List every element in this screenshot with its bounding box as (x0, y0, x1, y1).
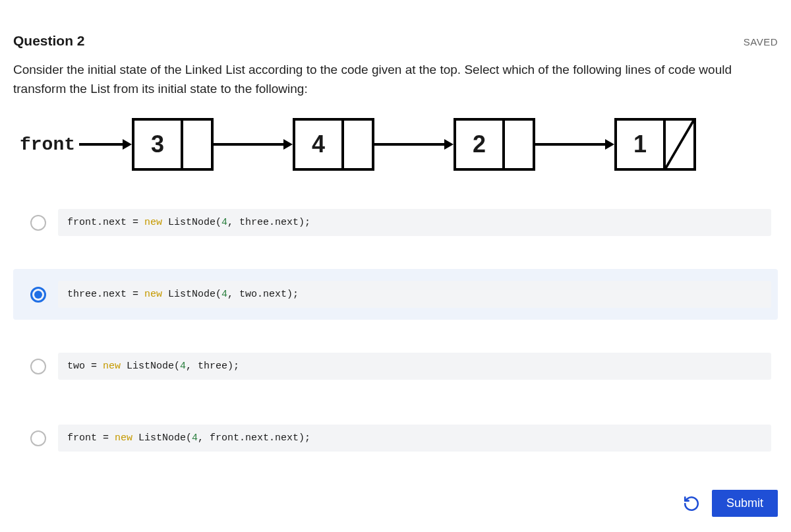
arrow-icon (214, 134, 293, 154)
answer-option[interactable]: three.next = new ListNode(4, two.next); (13, 269, 778, 320)
list-node: 1 (614, 118, 696, 171)
code-snippet: front.next = new ListNode(4, three.next)… (58, 209, 771, 236)
node-value: 1 (617, 121, 663, 168)
node-next-pointer (663, 121, 693, 168)
submit-button[interactable]: Submit (712, 490, 778, 517)
linked-list-diagram: front3421 (20, 118, 771, 171)
node-value: 2 (456, 121, 502, 168)
radio-button[interactable] (30, 215, 46, 231)
answer-option[interactable]: front.next = new ListNode(4, three.next)… (13, 197, 778, 248)
list-node: 4 (293, 118, 374, 171)
list-node: 2 (454, 118, 535, 171)
radio-button[interactable] (30, 287, 46, 303)
list-node: 3 (132, 118, 214, 171)
code-snippet: two = new ListNode(4, three); (58, 353, 771, 380)
arrow-icon (79, 134, 132, 154)
reset-icon[interactable] (683, 495, 700, 512)
arrow-icon (374, 134, 454, 154)
save-status: SAVED (744, 36, 778, 47)
code-snippet: three.next = new ListNode(4, two.next); (58, 281, 771, 308)
arrow-icon (535, 134, 614, 154)
answer-option[interactable]: two = new ListNode(4, three); (13, 341, 778, 392)
radio-button[interactable] (30, 430, 46, 446)
node-value: 3 (134, 121, 181, 168)
node-next-pointer (502, 121, 533, 168)
node-next-pointer (181, 121, 211, 168)
answer-option[interactable]: front = new ListNode(4, front.next.next)… (13, 413, 778, 463)
svg-marker-5 (444, 139, 454, 150)
front-label: front (20, 134, 75, 155)
svg-marker-1 (123, 139, 132, 150)
code-snippet: front = new ListNode(4, front.next.next)… (58, 425, 771, 452)
radio-button[interactable] (30, 359, 46, 374)
node-value: 4 (295, 121, 341, 168)
question-title: Question 2 (13, 33, 85, 49)
svg-line-8 (666, 121, 693, 168)
node-next-pointer (341, 121, 372, 168)
svg-marker-3 (283, 139, 293, 150)
question-prompt: Consider the initial state of the Linked… (13, 61, 778, 98)
svg-marker-7 (605, 139, 614, 150)
